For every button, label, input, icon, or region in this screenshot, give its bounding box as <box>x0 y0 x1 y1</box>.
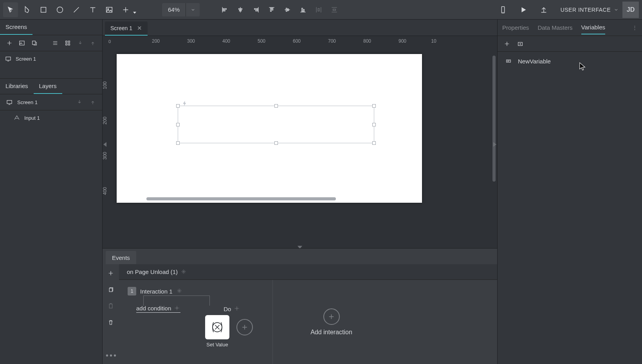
screens-tab[interactable]: Screens <box>0 20 32 35</box>
ellipse-tool[interactable] <box>52 2 67 17</box>
pen-tool[interactable] <box>20 2 34 17</box>
svg-rect-24 <box>69 44 70 45</box>
action-set-value[interactable] <box>205 315 229 339</box>
events-more-icon[interactable]: ••• <box>106 351 117 360</box>
resize-handle[interactable] <box>176 104 180 108</box>
add-interaction-block[interactable]: + Add interaction <box>272 280 390 364</box>
inspector-tabs: Libraries Layers <box>0 79 102 94</box>
collapse-up-icon[interactable] <box>87 38 98 49</box>
copy-event-icon[interactable] <box>105 284 117 296</box>
interaction-header[interactable]: 1 Interaction 1 <box>128 287 183 296</box>
trigger-row[interactable]: on Page Unload (1) <box>119 264 497 280</box>
user-avatar[interactable]: JD <box>622 2 639 18</box>
gear-icon[interactable] <box>177 288 183 294</box>
document-tab[interactable]: Screen 1 ✕ <box>105 22 148 36</box>
canvas-h-scrollbar[interactable] <box>146 197 336 200</box>
resize-handle[interactable] <box>176 123 180 126</box>
zoom-dropdown[interactable] <box>186 3 200 16</box>
add-condition-link[interactable]: add condition <box>136 305 180 313</box>
tab-data-masters[interactable]: Data Masters <box>537 21 572 34</box>
resize-handle[interactable] <box>274 141 278 145</box>
pan-right-icon[interactable] <box>493 142 496 147</box>
resize-handle[interactable] <box>372 123 376 126</box>
delete-event-icon[interactable] <box>105 317 117 328</box>
add-interaction-label: Add interaction <box>310 329 352 336</box>
selected-element[interactable] <box>178 106 374 143</box>
add-image-screen-icon[interactable] <box>16 38 27 49</box>
ruler-vertical: 100 200 300 400 <box>103 47 117 248</box>
svg-rect-15 <box>303 9 305 11</box>
line-tool[interactable] <box>69 2 84 17</box>
move-up-icon[interactable] <box>87 97 98 108</box>
libraries-tab[interactable]: Libraries <box>0 79 34 94</box>
svg-point-31 <box>177 307 178 309</box>
device-preview-icon[interactable] <box>496 2 510 17</box>
zoom-control[interactable]: 64% <box>162 3 200 16</box>
canvas[interactable]: 0 200 300 400 500 600 700 800 900 10 100… <box>103 36 497 248</box>
action-label: Set Value <box>203 342 232 348</box>
add-event-icon[interactable] <box>105 267 117 279</box>
screen-item[interactable]: Screen 1 <box>0 51 102 66</box>
select-tool[interactable] <box>3 2 18 17</box>
gear-icon[interactable] <box>174 305 180 312</box>
add-template-icon[interactable] <box>29 38 40 49</box>
align-top-icon[interactable] <box>265 2 279 17</box>
screens-list: Screen 1 <box>0 51 102 79</box>
add-element-dropdown[interactable] <box>118 2 133 17</box>
svg-rect-20 <box>32 41 36 45</box>
pan-left-icon[interactable] <box>103 142 106 147</box>
tabs-overflow-icon[interactable]: ⋮ <box>632 25 637 31</box>
resize-handle[interactable] <box>176 141 180 145</box>
events-side-toolbar <box>103 249 119 364</box>
grid-view-icon[interactable] <box>62 38 73 49</box>
svg-rect-21 <box>66 41 67 43</box>
close-tab-icon[interactable]: ✕ <box>137 25 142 32</box>
canvas-v-scrollbar[interactable] <box>492 56 496 182</box>
left-sidebar: Screens Screen 1 Libraries Layers Screen… <box>0 20 103 364</box>
list-view-icon[interactable] <box>50 38 61 49</box>
move-down-icon[interactable] <box>74 97 85 108</box>
tab-variables[interactable]: Variables <box>581 21 605 34</box>
publish-icon[interactable] <box>536 2 551 17</box>
layer-root-row[interactable]: Screen 1 <box>0 94 102 110</box>
add-interaction-icon[interactable]: + <box>323 308 340 325</box>
svg-rect-28 <box>109 304 112 308</box>
play-icon[interactable] <box>516 2 531 17</box>
rectangle-tool[interactable] <box>36 2 51 17</box>
svg-rect-0 <box>41 7 46 12</box>
align-left-icon[interactable] <box>218 2 232 17</box>
align-bottom-icon[interactable] <box>296 2 310 17</box>
collapse-down-icon[interactable] <box>75 38 86 49</box>
align-center-h-icon[interactable] <box>233 2 247 17</box>
distribute-v-icon[interactable] <box>327 2 341 17</box>
do-label-group: Do <box>224 306 240 312</box>
events-tab[interactable]: Events <box>106 251 136 264</box>
artboard[interactable] <box>117 54 422 203</box>
layer-item[interactable]: Input 1 <box>0 110 102 125</box>
distribute-h-icon[interactable] <box>312 2 326 17</box>
svg-rect-5 <box>223 10 225 11</box>
layers-tab[interactable]: Layers <box>34 79 62 94</box>
align-right-icon[interactable] <box>249 2 263 17</box>
tab-properties[interactable]: Properties <box>502 21 529 34</box>
resize-handle[interactable] <box>372 104 376 108</box>
paste-event-icon[interactable] <box>105 300 117 312</box>
variable-item[interactable]: NewVariable <box>498 52 642 70</box>
add-variable-icon[interactable] <box>501 38 512 49</box>
align-group <box>218 2 341 17</box>
svg-rect-16 <box>318 8 319 11</box>
text-tool[interactable] <box>85 2 100 17</box>
view-mode-dropdown[interactable]: USER INTERFACE <box>561 7 619 13</box>
svg-rect-10 <box>271 8 272 11</box>
zoom-value[interactable]: 64% <box>162 6 186 13</box>
add-variable-folder-icon[interactable] <box>515 38 526 49</box>
add-action-icon[interactable]: + <box>236 319 253 335</box>
add-screen-icon[interactable] <box>4 38 15 49</box>
gear-icon[interactable] <box>234 306 240 312</box>
interaction-name: Interaction 1 <box>140 288 173 295</box>
image-tool[interactable] <box>102 2 117 17</box>
resize-handle[interactable] <box>372 141 376 145</box>
align-middle-icon[interactable] <box>280 2 294 17</box>
resize-handle[interactable] <box>274 104 278 108</box>
gear-icon[interactable] <box>181 269 187 275</box>
